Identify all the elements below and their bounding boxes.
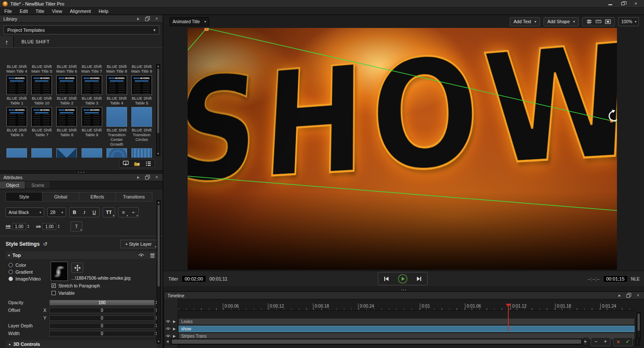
skip-to-start-button[interactable] bbox=[378, 272, 395, 285]
tab-object[interactable]: Object bbox=[0, 181, 25, 189]
grid-toggle-icon[interactable] bbox=[584, 18, 594, 26]
scroll-down-icon[interactable]: ▼ bbox=[157, 153, 160, 155]
timeline-hscrollbar[interactable] bbox=[171, 339, 582, 345]
delete-layer-icon[interactable] bbox=[150, 253, 155, 258]
scrollbar-thumb[interactable] bbox=[638, 314, 640, 331]
template-item[interactable]: BLUE Shift Transition Circles bbox=[129, 107, 154, 147]
font-family-select[interactable]: Arial Black▾ bbox=[6, 208, 44, 217]
fill-image-thumbnail[interactable] bbox=[51, 262, 68, 281]
text-distribute-button[interactable]: ÷ bbox=[128, 208, 138, 217]
template-item[interactable]: MAIN HEADINGBLUE Shift Table 10 bbox=[29, 75, 54, 105]
close-panel-icon[interactable]: × bbox=[154, 175, 159, 180]
template-item[interactable]: BLUE Shift Transition Scatter Bar bbox=[129, 148, 154, 158]
subtab-effects[interactable]: Effects bbox=[79, 192, 116, 201]
duration-field[interactable]: 00:02;00 bbox=[182, 275, 206, 282]
skip-to-end-button[interactable] bbox=[411, 272, 427, 285]
track-clip[interactable]: show bbox=[179, 326, 635, 332]
subtab-global[interactable]: Global bbox=[43, 192, 79, 201]
template-item[interactable]: BLUE Shift Transition Ripple bbox=[104, 148, 129, 158]
cancel-button[interactable]: × bbox=[614, 338, 623, 346]
font-size-select[interactable]: 28▾ bbox=[47, 208, 66, 217]
offset-x-field[interactable]: 0 bbox=[49, 308, 155, 313]
out-time-field[interactable]: 00:01;15 bbox=[603, 275, 628, 282]
timeline-zoom-out-button[interactable]: − bbox=[591, 338, 601, 346]
3d-controls-header[interactable]: ▸ 3D Controls bbox=[6, 340, 157, 348]
kerning-stepper[interactable] bbox=[28, 224, 29, 229]
subtab-transitions[interactable]: Transitions bbox=[116, 192, 152, 201]
scroll-up-icon[interactable]: ▲ bbox=[157, 201, 160, 204]
title-template-select[interactable]: Animated Title ▾ bbox=[170, 17, 209, 26]
library-scrollbar[interactable]: ▲ ▼ bbox=[156, 64, 160, 156]
template-item[interactable]: MAIN HEADINGBLUE Shift Table 8 bbox=[54, 107, 79, 147]
move-image-button[interactable] bbox=[71, 263, 83, 273]
duplicate-panel-icon[interactable] bbox=[145, 16, 150, 21]
pointer-icon[interactable]: ➤ bbox=[134, 174, 141, 181]
fill-image-radio[interactable]: Image/Video bbox=[9, 276, 41, 281]
menu-file[interactable]: File bbox=[4, 9, 12, 14]
timeline-track[interactable]: ▶ show bbox=[164, 326, 635, 332]
subtab-style[interactable]: Style bbox=[6, 192, 43, 201]
zoom-select[interactable]: 100%▾ bbox=[618, 17, 639, 26]
caps-button[interactable]: TT bbox=[103, 208, 115, 217]
width-field[interactable]: 0 bbox=[49, 331, 155, 336]
add-style-layer-button[interactable]: + Style Layer bbox=[120, 240, 157, 248]
minimize-button[interactable] bbox=[607, 1, 613, 6]
template-item[interactable]: BLUE Shift Transition Center Growth bbox=[104, 107, 129, 147]
template-item[interactable]: MAIN HEADINGBLUE Shift Table 2 bbox=[54, 75, 79, 105]
timeline-ruler[interactable]: 0:00.06 0:00.12 0:00.18 0:00.24 0:01 0:0… bbox=[179, 300, 635, 311]
leading-field[interactable]: 1.00 bbox=[43, 223, 56, 230]
scrollbar-thumb[interactable] bbox=[172, 339, 581, 344]
track-eye-icon[interactable] bbox=[165, 320, 171, 324]
scrollbar-thumb[interactable] bbox=[157, 69, 159, 133]
ruler-toggle-icon[interactable] bbox=[594, 18, 603, 26]
preview-canvas[interactable]: SHOW bbox=[188, 28, 617, 270]
menu-view[interactable]: View bbox=[52, 9, 62, 14]
italic-button[interactable]: I bbox=[79, 208, 89, 217]
menu-help[interactable]: Help bbox=[99, 9, 109, 14]
menu-title[interactable]: Title bbox=[36, 9, 44, 14]
scroll-left-icon[interactable]: ◀ bbox=[165, 338, 170, 345]
template-item[interactable]: BLUE Shift Main Title 6 bbox=[54, 63, 79, 73]
template-item[interactable]: MAIN HEADINGBLUE Shift Table 5 bbox=[129, 75, 154, 105]
template-item[interactable]: BLUE Shift Main Title 9 bbox=[129, 63, 154, 73]
leading-stepper[interactable] bbox=[58, 224, 59, 229]
vertex-handle[interactable] bbox=[205, 28, 208, 31]
scroll-up-icon[interactable]: ▲ bbox=[157, 65, 160, 67]
layer-depth-field[interactable]: 0 bbox=[49, 323, 155, 329]
restore-button[interactable] bbox=[620, 1, 626, 6]
timeline-track[interactable]: ▶ Leaks bbox=[164, 318, 635, 325]
track-expand-icon[interactable]: ▶ bbox=[173, 327, 176, 331]
kerning-field[interactable]: 1.00 bbox=[12, 223, 26, 230]
template-item[interactable]: MAIN HEADINGBLUE Shift Table 9 bbox=[79, 107, 104, 147]
underline-button[interactable]: U bbox=[89, 208, 99, 217]
variable-checkbox[interactable]: Variable bbox=[52, 290, 75, 296]
scroll-right-icon[interactable]: ▶ bbox=[583, 338, 588, 345]
timeline-vscrollbar[interactable] bbox=[637, 312, 641, 340]
menu-alignment[interactable]: Alignment bbox=[70, 9, 91, 14]
play-button[interactable] bbox=[395, 272, 411, 285]
scrollbar-thumb[interactable] bbox=[158, 205, 160, 287]
template-category-select[interactable]: Project Templates ▾ bbox=[3, 25, 159, 34]
pointer-icon[interactable]: ➤ bbox=[616, 292, 623, 299]
add-shape-button[interactable]: Add Shape▾ bbox=[544, 17, 579, 26]
list-view-icon[interactable] bbox=[146, 161, 151, 166]
template-item[interactable]: BLUE Shift Main Title 8 bbox=[104, 63, 129, 73]
reset-icon[interactable]: ↺ bbox=[43, 241, 47, 247]
opacity-slider[interactable]: 100 bbox=[49, 300, 155, 305]
template-item[interactable]: MAIN HEADINGBLUE Shift Table 3 bbox=[79, 75, 104, 105]
visibility-eye-icon[interactable] bbox=[138, 253, 144, 257]
safe-area-toggle-icon[interactable] bbox=[603, 18, 613, 26]
template-item[interactable]: BLUE Shift Transition Double Diamond bbox=[54, 148, 79, 158]
scroll-down-icon[interactable]: ▼ bbox=[157, 340, 160, 343]
template-item[interactable]: BLUE Shift Transition Diagonal bbox=[4, 148, 29, 158]
tab-scene[interactable]: Scene bbox=[25, 181, 51, 189]
fill-color-radio[interactable]: Color bbox=[9, 263, 26, 268]
track-eye-icon[interactable] bbox=[165, 327, 171, 331]
folder-up-button[interactable]: ↑ bbox=[0, 36, 14, 47]
fill-gradient-radio[interactable]: Gradient bbox=[9, 269, 33, 275]
confirm-button[interactable]: ✓ bbox=[623, 338, 632, 346]
add-text-button[interactable]: Add Text▾ bbox=[510, 17, 540, 26]
track-expand-icon[interactable]: ▶ bbox=[173, 320, 176, 324]
close-panel-icon[interactable]: × bbox=[154, 16, 159, 21]
style-layer-header[interactable]: ▾ Top bbox=[6, 251, 157, 259]
